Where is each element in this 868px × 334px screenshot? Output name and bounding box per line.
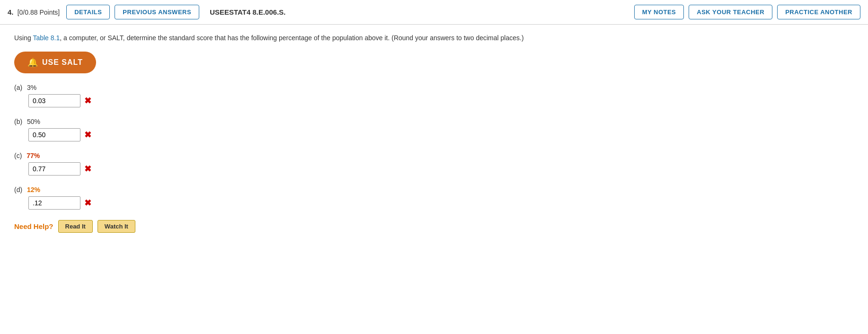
main-content: Using Table 8.1, a computer, or SALT, de… bbox=[0, 25, 868, 247]
question-text: Using Table 8.1, a computer, or SALT, de… bbox=[14, 33, 854, 43]
table-link[interactable]: Table 8.1 bbox=[33, 34, 60, 42]
part-b-wrong-icon: ✖ bbox=[84, 130, 91, 140]
need-help-row: Need Help? Read It Watch It bbox=[14, 220, 854, 233]
part-a-input[interactable] bbox=[28, 94, 80, 107]
part-d-input-row: ✖ bbox=[28, 196, 854, 210]
part-a-letter: (a) bbox=[14, 84, 22, 91]
part-b-label: (b) 50% bbox=[14, 118, 854, 125]
need-help-label: Need Help? bbox=[14, 222, 53, 230]
course-code: USEESTAT4 8.E.006.S. bbox=[210, 8, 285, 16]
part-d: (d) 12% ✖ bbox=[14, 186, 854, 210]
part-b: (b) 50% ✖ bbox=[14, 118, 854, 141]
part-c-letter: (c) bbox=[14, 152, 22, 159]
salt-icon: 🔔 bbox=[27, 57, 38, 68]
part-c-input-row: ✖ bbox=[28, 162, 854, 176]
my-notes-button[interactable]: MY NOTES bbox=[634, 5, 684, 19]
header-right-buttons: MY NOTES ASK YOUR TEACHER PRACTICE ANOTH… bbox=[634, 5, 860, 19]
header-bar: 4. [0/0.88 Points] DETAILS PREVIOUS ANSW… bbox=[0, 0, 868, 25]
part-c-label: (c) 77% bbox=[14, 152, 854, 159]
details-button[interactable]: DETAILS bbox=[66, 5, 110, 19]
use-salt-button[interactable]: 🔔 USE SALT bbox=[14, 52, 96, 73]
part-b-input[interactable] bbox=[28, 128, 80, 141]
part-d-input[interactable] bbox=[28, 196, 80, 210]
part-b-letter: (b) bbox=[14, 118, 22, 125]
read-it-button[interactable]: Read It bbox=[58, 220, 93, 233]
part-d-percent: 12% bbox=[27, 186, 40, 193]
part-a: (a) 3% ✖ bbox=[14, 84, 854, 107]
question-number: 4. [0/0.88 Points] bbox=[8, 8, 60, 16]
ask-teacher-button[interactable]: ASK YOUR TEACHER bbox=[689, 5, 772, 19]
part-c: (c) 77% ✖ bbox=[14, 152, 854, 176]
watch-it-button[interactable]: Watch It bbox=[97, 220, 135, 233]
part-c-input[interactable] bbox=[28, 162, 80, 176]
part-a-percent: 3% bbox=[27, 84, 36, 91]
part-a-label: (a) 3% bbox=[14, 84, 854, 91]
part-b-input-row: ✖ bbox=[28, 128, 854, 141]
part-b-percent: 50% bbox=[27, 118, 40, 125]
part-a-input-row: ✖ bbox=[28, 94, 854, 107]
part-c-wrong-icon: ✖ bbox=[84, 164, 91, 174]
previous-answers-button[interactable]: PREVIOUS ANSWERS bbox=[115, 5, 199, 19]
part-d-letter: (d) bbox=[14, 186, 22, 193]
part-a-wrong-icon: ✖ bbox=[84, 96, 91, 106]
part-d-label: (d) 12% bbox=[14, 186, 854, 193]
part-c-percent: 77% bbox=[27, 152, 40, 159]
part-d-wrong-icon: ✖ bbox=[84, 198, 91, 208]
practice-another-button[interactable]: PRACTICE ANOTHER bbox=[777, 5, 860, 19]
